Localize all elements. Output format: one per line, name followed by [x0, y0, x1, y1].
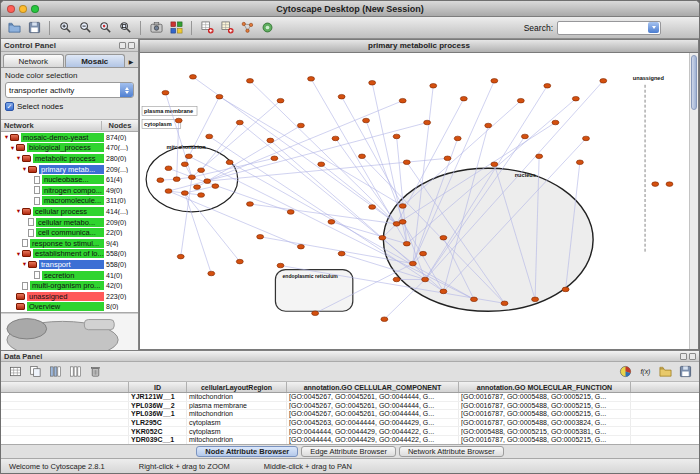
column-header[interactable]: annotation.GO CELLULAR_COMPONENT — [287, 382, 459, 392]
layout-icon[interactable] — [238, 19, 256, 37]
network-node[interactable] — [583, 136, 590, 141]
import-table-icon[interactable] — [218, 19, 236, 37]
network-node[interactable] — [562, 287, 569, 292]
column-header[interactable]: ID — [129, 382, 187, 392]
table-cell[interactable]: [GO:0016787, GO:0005488, GO:0005215, G..… — [459, 410, 631, 418]
network-node[interactable] — [212, 184, 219, 189]
network-node[interactable] — [338, 94, 345, 99]
tree-row[interactable]: Overview8(0) — [1, 302, 138, 313]
expand-arrow-icon[interactable]: ▼ — [21, 164, 28, 174]
network-node[interactable] — [189, 75, 196, 80]
network-node[interactable] — [379, 235, 386, 240]
network-node[interactable] — [501, 301, 508, 306]
network-node[interactable] — [363, 118, 370, 123]
network-node[interactable] — [369, 205, 376, 210]
tree-item-label[interactable]: macromolecule... — [42, 196, 104, 205]
network-node[interactable] — [257, 234, 264, 239]
tree-row[interactable]: ▼primary metab...209(...) — [1, 164, 138, 175]
network-node[interactable] — [572, 96, 579, 101]
expand-arrow-icon[interactable]: ▼ — [3, 132, 10, 142]
network-overview-pane[interactable] — [1, 313, 138, 350]
table-cell[interactable]: mitochondrion — [187, 436, 287, 444]
select-columns-icon[interactable] — [46, 363, 64, 381]
network-node[interactable] — [552, 120, 559, 125]
table-cell[interactable]: YKR052C — [129, 427, 187, 435]
network-node[interactable] — [491, 162, 498, 167]
tree-item-label[interactable]: unassigned — [27, 292, 104, 301]
tree-row[interactable]: macromolecule...311(0) — [1, 196, 138, 207]
network-node[interactable] — [521, 134, 528, 139]
network-node[interactable] — [312, 311, 319, 316]
tree-row[interactable]: ▼establishment of lo...558(0) — [1, 249, 138, 260]
table-cell[interactable]: [GO:0016787, GO:0005488, GO:0003824, G..… — [459, 419, 631, 427]
table-cell[interactable]: YDR039C__1 — [129, 436, 187, 444]
expand-arrow-icon[interactable]: ▼ — [15, 206, 22, 216]
table-cell[interactable]: mitochondrion — [187, 410, 287, 418]
network-node[interactable] — [308, 77, 315, 82]
network-node[interactable] — [338, 251, 345, 256]
tree-row[interactable]: nitrogen compo...49(0) — [1, 185, 138, 196]
vertical-scrollbar[interactable] — [689, 53, 698, 349]
plugins-icon[interactable] — [258, 19, 276, 37]
tree-row[interactable]: ▼mosaic-demo-yeast874(0) — [1, 132, 138, 143]
tree-header-nodes[interactable]: Nodes — [102, 121, 138, 130]
network-node[interactable] — [544, 83, 551, 88]
network-node[interactable] — [403, 160, 410, 165]
column-header[interactable]: cellularLayoutRegion — [187, 382, 287, 392]
copy-table-icon[interactable] — [26, 363, 44, 381]
tree-row[interactable]: ▼transport558(0) — [1, 259, 138, 270]
formula-icon[interactable]: f(x) — [636, 363, 654, 381]
table-settings-icon[interactable] — [6, 363, 24, 381]
network-node[interactable] — [381, 317, 388, 322]
tree-item-label[interactable]: metabolic process — [33, 154, 104, 163]
vizmapper-icon[interactable] — [167, 19, 185, 37]
network-node[interactable] — [181, 162, 188, 167]
tree-row[interactable]: cell communica...22(0) — [1, 227, 138, 238]
network-node[interactable] — [471, 297, 478, 302]
zoom-selected-icon[interactable] — [96, 19, 114, 37]
tree-item-label[interactable]: nitrogen compo... — [42, 186, 104, 195]
network-node[interactable] — [536, 154, 543, 159]
network-node[interactable] — [236, 120, 243, 125]
tree-item-label[interactable]: multi-organism pro... — [30, 281, 104, 290]
tree-row[interactable]: ▼metabolic process280(0) — [1, 153, 138, 164]
network-node[interactable] — [247, 202, 254, 207]
network-node[interactable] — [185, 154, 192, 159]
table-cell[interactable]: YLR295C — [129, 419, 187, 427]
network-node[interactable] — [173, 177, 180, 182]
network-node[interactable] — [399, 98, 406, 103]
table-cell[interactable]: cytoplasm — [187, 427, 287, 435]
select-nodes-checkbox[interactable]: ✓ Select nodes — [5, 102, 134, 111]
network-node[interactable] — [181, 191, 188, 196]
network-node[interactable] — [297, 244, 304, 249]
network-node[interactable] — [271, 156, 278, 161]
table-row[interactable]: YDR039C__1mitochondrion[GO:0044444, GO:0… — [1, 436, 699, 445]
network-frame-title[interactable]: primary metabolic process — [139, 39, 699, 53]
tree-item-label[interactable]: primary metab... — [39, 165, 104, 174]
table-cell[interactable]: [GO:0044444, GO:0044429, GO:0044422, G..… — [287, 427, 459, 435]
tree-item-label[interactable]: Overview — [27, 302, 104, 311]
search-dropdown-icon[interactable] — [648, 22, 659, 33]
tree-item-label[interactable]: response to stimul... — [30, 239, 104, 248]
network-node[interactable] — [444, 156, 451, 161]
network-node[interactable] — [177, 254, 184, 259]
network-node[interactable] — [162, 90, 169, 95]
network-node[interactable] — [165, 189, 172, 194]
tree-item-label[interactable]: cellular process — [33, 207, 104, 216]
table-row[interactable]: YPL036W__2plasma membrane[GO:0045267, GO… — [1, 402, 699, 411]
tree-item-label[interactable]: cell communica... — [36, 228, 104, 237]
expand-arrow-icon[interactable]: ▼ — [21, 259, 28, 269]
column-header[interactable]: annotation.GO MOLECULAR_FUNCTION — [459, 382, 631, 392]
tree-item-label[interactable]: mosaic-demo-yeast — [21, 133, 104, 142]
tree-row[interactable]: nucleobase...61(4) — [1, 174, 138, 185]
tree-item-label[interactable]: cellular metabo... — [36, 218, 104, 227]
unselect-columns-icon[interactable] — [66, 363, 84, 381]
network-node[interactable] — [517, 98, 524, 103]
table-cell[interactable]: plasma membrane — [187, 402, 287, 410]
network-node[interactable] — [226, 160, 233, 165]
tree-item-label[interactable]: secretion — [42, 271, 104, 280]
close-data-panel-icon[interactable] — [689, 353, 696, 360]
network-node[interactable] — [666, 182, 673, 187]
network-node[interactable] — [216, 94, 223, 99]
network-node[interactable] — [369, 81, 376, 86]
